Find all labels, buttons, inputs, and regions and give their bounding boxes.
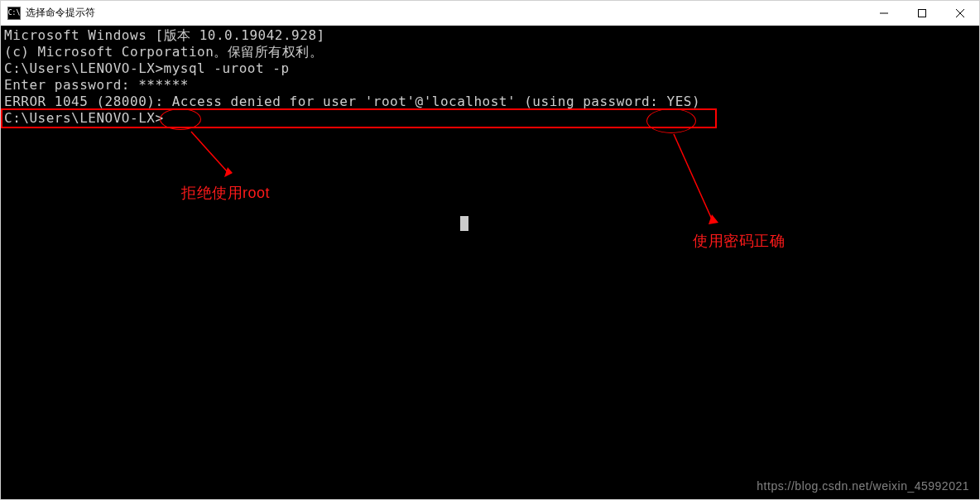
svg-rect-1 <box>919 9 926 17</box>
svg-line-4 <box>191 132 228 173</box>
maximize-button[interactable] <box>903 1 941 25</box>
svg-marker-5 <box>224 167 233 177</box>
svg-line-6 <box>674 134 713 221</box>
annotation-password-ok: 使用密码正确 <box>693 233 785 249</box>
watermark: https://blog.csdn.net/weixin_45992021 <box>757 478 969 494</box>
arrow-password <box>667 132 725 231</box>
term-line-error: ERROR 1045 (28000): Access denied for us… <box>4 94 976 110</box>
titlebar: C:\ 选择命令提示符 <box>1 1 979 26</box>
term-line-copyright: (c) Microsoft Corporation。保留所有权利。 <box>4 44 976 60</box>
arrow-root <box>183 127 241 185</box>
terminal-cursor <box>460 216 468 231</box>
close-button[interactable] <box>941 1 979 25</box>
term-line-version: Microsoft Windows [版本 10.0.19042.928] <box>4 27 976 44</box>
svg-marker-7 <box>709 214 718 224</box>
window-title: 选择命令提示符 <box>26 6 865 20</box>
term-line-password: Enter password: ****** <box>4 77 976 94</box>
app-icon: C:\ <box>7 7 21 20</box>
annotation-deny-root: 拒绝使用root <box>181 185 270 201</box>
term-line-prompt1: C:\Users\LENOVO-LX>mysql -uroot -p <box>4 60 976 77</box>
window-frame: C:\ 选择命令提示符 Microsoft Windows [版本 10.0.1… <box>0 0 980 500</box>
minimize-button[interactable] <box>865 1 903 25</box>
term-line-prompt2: C:\Users\LENOVO-LX> <box>4 110 976 127</box>
window-controls <box>865 1 979 25</box>
terminal[interactable]: Microsoft Windows [版本 10.0.19042.928] (c… <box>1 26 979 499</box>
